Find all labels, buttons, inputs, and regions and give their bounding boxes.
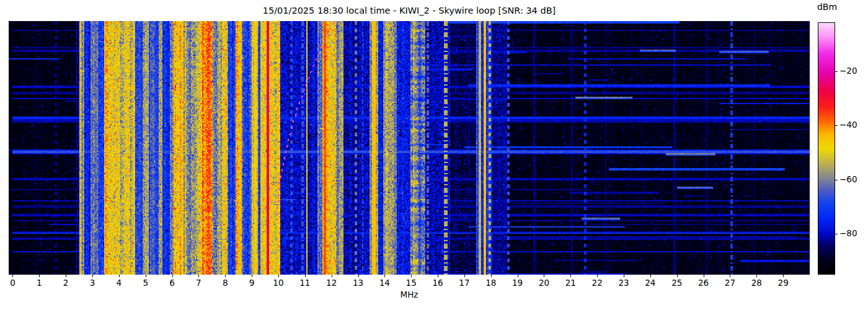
x-tick-label: 3 (82, 278, 103, 288)
x-tick-label: 28 (746, 278, 767, 288)
x-axis-label: MHz (9, 290, 810, 299)
colorbar-tick-mark (835, 125, 838, 126)
x-tick-mark (252, 275, 252, 277)
x-tick-label: 26 (693, 278, 714, 288)
x-tick-mark (518, 275, 518, 277)
x-tick-mark (783, 275, 784, 277)
chart-title: 15/01/2025 18:30 local time - KIWI_2 - S… (9, 6, 810, 16)
x-tick-label: 23 (613, 278, 634, 288)
x-tick-label: 9 (241, 278, 262, 288)
x-tick-mark (305, 275, 306, 277)
x-tick-mark (384, 275, 385, 277)
x-tick-mark (358, 275, 359, 277)
x-tick-mark (92, 275, 93, 277)
x-tick-label: 0 (2, 278, 23, 288)
x-tick-label: 2 (55, 278, 76, 288)
x-tick-label: 13 (348, 278, 369, 288)
x-tick-mark (119, 275, 120, 277)
colorbar-tick-label: −20 (839, 66, 857, 76)
x-tick-label: 18 (480, 278, 502, 288)
colorbar-tick-mark (835, 234, 838, 234)
x-tick-mark (464, 275, 465, 277)
x-tick-label: 22 (587, 278, 608, 288)
x-tick-label: 4 (108, 278, 130, 288)
waterfall-canvas (9, 21, 810, 275)
spectrogram-figure: 15/01/2025 18:30 local time - KIWI_2 - S… (0, 0, 868, 310)
x-tick-mark (597, 275, 598, 277)
x-tick-mark (66, 275, 66, 277)
x-tick-label: 14 (374, 278, 395, 288)
x-tick-mark (12, 275, 13, 277)
x-tick-label: 15 (401, 278, 422, 288)
x-tick-mark (438, 275, 438, 277)
colorbar (818, 22, 835, 275)
x-tick-label: 25 (666, 278, 688, 288)
x-tick-mark (544, 275, 544, 277)
x-tick-label: 29 (773, 278, 794, 288)
x-tick-label: 12 (321, 278, 342, 288)
x-tick-label: 17 (454, 278, 475, 288)
x-tick-mark (172, 275, 173, 277)
x-tick-mark (39, 275, 40, 277)
colorbar-tick-label: −80 (839, 228, 857, 238)
x-tick-label: 6 (162, 278, 183, 288)
colorbar-tick-mark (835, 180, 838, 180)
x-tick-label: 24 (640, 278, 661, 288)
x-tick-mark (198, 275, 199, 277)
x-tick-label: 16 (427, 278, 448, 288)
colorbar-tick-label: −60 (839, 174, 857, 184)
x-tick-mark (677, 275, 678, 277)
x-tick-label: 1 (29, 278, 50, 288)
x-tick-mark (650, 275, 651, 277)
x-tick-label: 27 (719, 278, 740, 288)
x-tick-mark (704, 275, 704, 277)
x-tick-mark (624, 275, 624, 277)
colorbar-tick-label: −40 (839, 120, 857, 130)
x-tick-mark (278, 275, 279, 277)
x-tick-label: 19 (507, 278, 528, 288)
x-tick-label: 11 (294, 278, 316, 288)
x-tick-label: 7 (188, 278, 209, 288)
x-tick-mark (756, 275, 757, 277)
x-tick-label: 20 (533, 278, 554, 288)
x-tick-mark (491, 275, 492, 277)
colorbar-label: dBm (810, 2, 844, 12)
x-tick-mark (411, 275, 412, 277)
x-tick-mark (146, 275, 146, 277)
x-tick-mark (730, 275, 730, 277)
x-tick-label: 5 (135, 278, 156, 288)
x-tick-label: 10 (268, 278, 289, 288)
x-tick-label: 8 (215, 278, 236, 288)
x-tick-mark (332, 275, 332, 277)
x-tick-mark (570, 275, 571, 277)
x-tick-label: 21 (560, 278, 581, 288)
x-tick-mark (225, 275, 226, 277)
colorbar-tick-mark (835, 71, 838, 72)
